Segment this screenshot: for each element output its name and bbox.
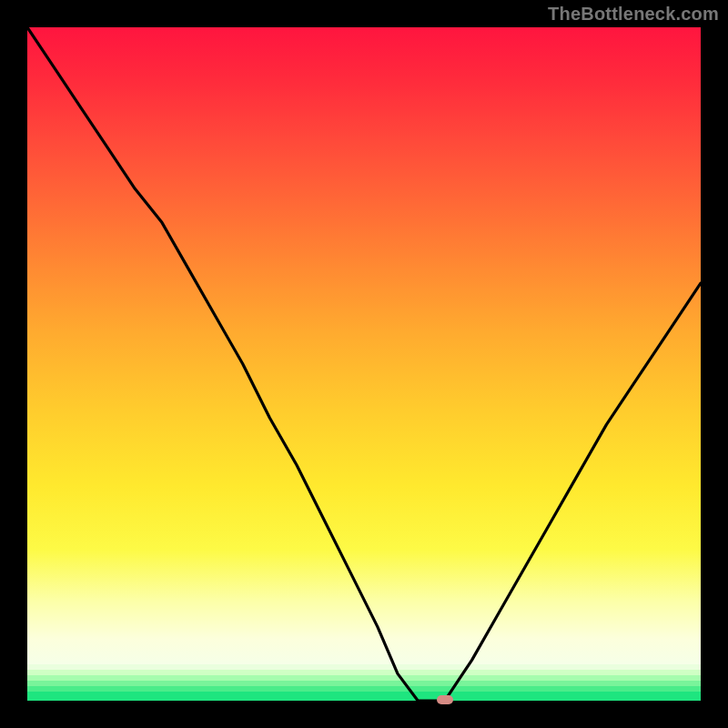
chart-frame: TheBottleneck.com bbox=[0, 0, 728, 728]
plot-area bbox=[27, 27, 701, 701]
bottleneck-curve bbox=[27, 27, 701, 701]
optimum-marker bbox=[437, 695, 453, 704]
watermark-text: TheBottleneck.com bbox=[548, 4, 719, 25]
